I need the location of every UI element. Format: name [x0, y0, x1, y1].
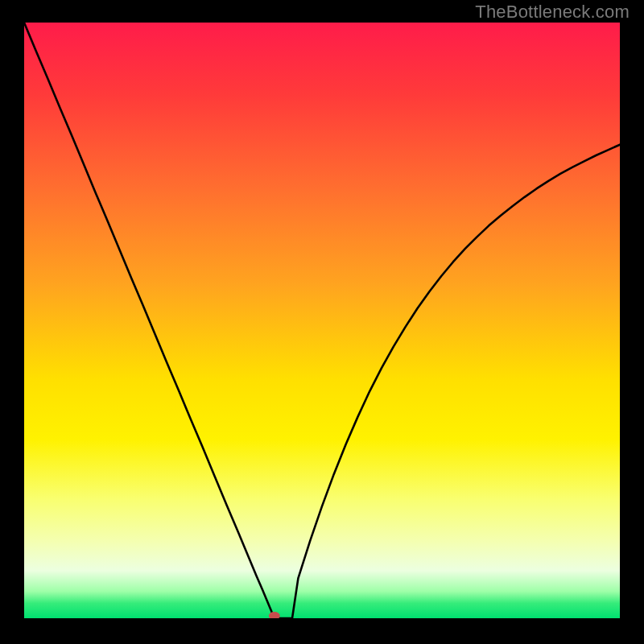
- plot-area: [24, 23, 620, 618]
- watermark-text: TheBottleneck.com: [475, 2, 630, 23]
- chart-svg: [24, 23, 620, 618]
- chart-container: TheBottleneck.com: [0, 0, 644, 644]
- gradient-background: [24, 23, 620, 618]
